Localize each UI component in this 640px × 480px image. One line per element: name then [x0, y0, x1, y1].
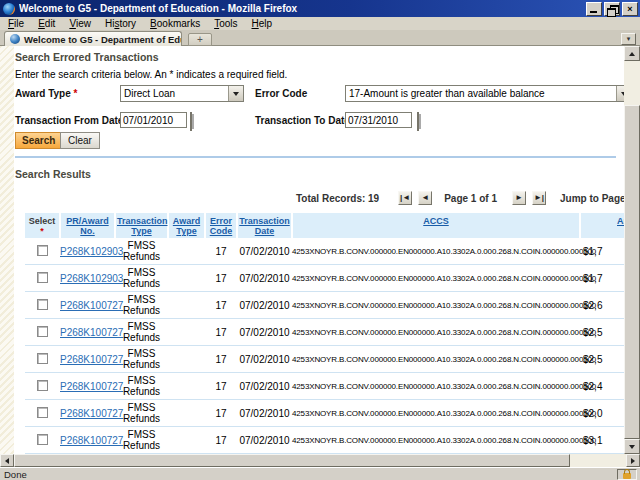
error-code-label: Error Code — [255, 88, 307, 99]
table-row: P268K100727FMSS Refunds1707/02/20104253X… — [25, 319, 624, 346]
tab-list-button[interactable]: ▾ — [621, 33, 636, 45]
pr-award-link[interactable]: P268K100727 — [60, 435, 123, 446]
select-checkbox[interactable] — [25, 373, 60, 400]
award-type-label: Award Type * — [15, 88, 77, 99]
select-checkbox[interactable] — [25, 265, 60, 292]
table-row: P268K102903FMSS Refunds1707/02/20104253X… — [25, 265, 624, 292]
results-heading: Search Results — [15, 168, 91, 180]
select-checkbox[interactable] — [25, 319, 60, 346]
search-button[interactable]: Search — [15, 132, 62, 149]
results-table-wrap: Select*PR/Award No.Transaction TypeAward… — [25, 213, 624, 454]
horizontal-scrollbar[interactable] — [0, 454, 640, 467]
transaction-date-cell: 07/02/2010 — [237, 292, 292, 319]
column-header-pr-award-no-[interactable]: PR/Award No. — [60, 213, 115, 238]
scroll-up-icon[interactable] — [624, 46, 640, 61]
pagination-bar: Total Records: 19 |◄ ◄ Page 1 of 1 ► ►| … — [296, 190, 624, 206]
pr-award-link[interactable]: P268K100727 — [60, 354, 123, 365]
new-tab-button[interactable]: + — [188, 33, 212, 46]
to-date-input[interactable] — [345, 112, 412, 128]
amount-cell: $2,5 — [580, 319, 624, 346]
award-type-cell — [168, 238, 205, 265]
column-header-award-type[interactable]: Award Type — [168, 213, 205, 238]
clear-button[interactable]: Clear — [60, 132, 100, 149]
calendar-icon[interactable] — [190, 112, 192, 131]
award-type-cell — [168, 346, 205, 373]
title-bar: Welcome to G5 - Department of Education … — [0, 0, 640, 17]
select-checkbox[interactable] — [25, 292, 60, 319]
calendar-icon[interactable] — [417, 112, 419, 131]
amount-cell: $3,1 — [580, 427, 624, 454]
menu-bookmarks[interactable]: Bookmarks — [143, 18, 207, 29]
transaction-date-cell: 07/02/2010 — [237, 265, 292, 292]
menu-help[interactable]: Help — [244, 18, 279, 29]
select-checkbox[interactable] — [25, 400, 60, 427]
transaction-type-cell: FMSS Refunds — [115, 319, 168, 346]
minimize-button[interactable] — [586, 2, 602, 16]
tab-title: Welcome to G5 - Department of Edu... — [24, 34, 182, 45]
accs-cell: 4253XNOYR.B.CONV.000000.EN000000.A10.330… — [292, 400, 580, 427]
accs-cell: 4253XNOYR.B.CONV.000000.EN000000.A10.330… — [292, 427, 580, 454]
from-date-input[interactable] — [120, 112, 187, 128]
tab-strip: Welcome to G5 - Department of Edu... + ▾ — [0, 30, 640, 46]
amount-cell: $1,7 — [580, 238, 624, 265]
column-header-select: Select* — [25, 213, 60, 238]
error-code-cell: 17 — [205, 346, 237, 373]
pr-award-link[interactable]: P268K100727 — [60, 408, 123, 419]
column-header-am[interactable]: Am — [580, 213, 624, 238]
accs-cell: 4253XNOYR.B.CONV.000000.EN000000.A10.330… — [292, 346, 580, 373]
pr-award-link[interactable]: P268K102903 — [60, 246, 123, 257]
accs-cell: 4253XNOYR.B.CONV.000000.EN000000.A10.330… — [292, 265, 580, 292]
vertical-scrollbar[interactable] — [624, 46, 640, 454]
prev-page-button[interactable]: ◄ — [418, 191, 432, 205]
column-header-accs[interactable]: ACCS — [292, 213, 580, 238]
accs-cell: 4253XNOYR.B.CONV.000000.EN000000.A10.330… — [292, 292, 580, 319]
menu-tools[interactable]: Tools — [207, 18, 244, 29]
next-page-button[interactable]: ► — [512, 191, 526, 205]
first-page-button[interactable]: |◄ — [398, 191, 412, 205]
restore-button[interactable] — [604, 2, 620, 16]
table-row: P268K100727FMSS Refunds1707/02/20104253X… — [25, 292, 624, 319]
jump-to-page-label: Jump to Page — [560, 193, 624, 204]
error-code-select[interactable]: 17-Amount is greater than available bala… — [345, 85, 624, 102]
close-button[interactable]: × — [622, 2, 638, 16]
pr-award-link[interactable]: P268K102903 — [60, 273, 123, 284]
amount-cell: $2,6 — [580, 292, 624, 319]
menu-file[interactable]: File — [1, 18, 31, 29]
page-title: Search Errored Transactions — [15, 51, 159, 63]
table-row: P268K100727FMSS Refunds1707/02/20104253X… — [25, 373, 624, 400]
select-checkbox[interactable] — [25, 238, 60, 265]
transaction-date-cell: 07/02/2010 — [237, 346, 292, 373]
pr-award-link[interactable]: P268K100727 — [60, 300, 123, 311]
award-type-cell — [168, 265, 205, 292]
error-code-cell: 17 — [205, 238, 237, 265]
column-header-transaction-type[interactable]: Transaction Type — [115, 213, 168, 238]
pr-award-cell: P268K100727 — [60, 373, 115, 400]
award-type-select[interactable]: Direct Loan — [120, 85, 244, 102]
scroll-left-icon[interactable] — [0, 454, 14, 467]
column-header-transaction-date[interactable]: Transaction Date — [237, 213, 292, 238]
menu-history[interactable]: History — [98, 18, 143, 29]
select-checkbox[interactable] — [25, 427, 60, 454]
select-checkbox[interactable] — [25, 346, 60, 373]
table-row: P268K100727FMSS Refunds1707/02/20104253X… — [25, 400, 624, 427]
horizontal-scroll-thumb[interactable] — [14, 454, 570, 467]
column-header-error-code[interactable]: Error Code — [205, 213, 237, 238]
pr-award-link[interactable]: P268K100727 — [60, 381, 123, 392]
pr-award-cell: P268K100727 — [60, 319, 115, 346]
scroll-down-icon[interactable] — [624, 439, 640, 454]
amount-cell: $2,4 — [580, 373, 624, 400]
transaction-type-cell: FMSS Refunds — [115, 265, 168, 292]
tab-welcome-g5[interactable]: Welcome to G5 - Department of Edu... — [4, 31, 182, 46]
menu-view[interactable]: View — [62, 18, 98, 29]
accs-cell: 4253XNOYR.B.CONV.000000.EN000000.A10.330… — [292, 319, 580, 346]
scroll-right-icon[interactable] — [626, 454, 640, 467]
award-type-cell — [168, 427, 205, 454]
accs-cell: 4253XNOYR.B.CONV.000000.EN000000.A10.330… — [292, 373, 580, 400]
menu-edit[interactable]: Edit — [31, 18, 62, 29]
last-page-button[interactable]: ►| — [532, 191, 546, 205]
transaction-date-cell: 07/02/2010 — [237, 319, 292, 346]
vertical-scroll-thumb[interactable] — [624, 105, 640, 439]
total-records-label: Total Records: 19 — [296, 193, 379, 204]
accs-cell: 4253XNOYR.B.CONV.000000.EN000000.A10.330… — [292, 238, 580, 265]
pr-award-link[interactable]: P268K100727 — [60, 327, 123, 338]
